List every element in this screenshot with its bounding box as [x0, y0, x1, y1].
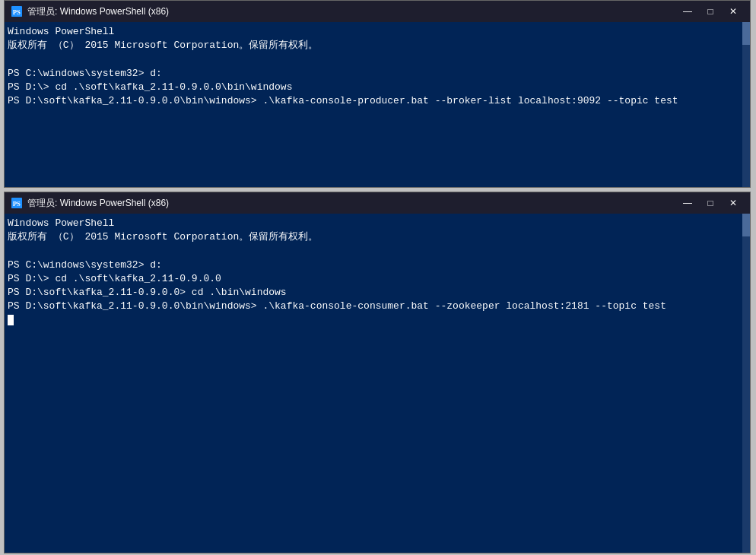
console-line-w2-1: 版权所有 （C） 2015 Microsoft Corporation。保留所有… [8, 230, 747, 244]
close-button-2[interactable]: ✕ [723, 195, 744, 211]
close-button-1[interactable]: ✕ [723, 4, 744, 19]
console-line-w2-6: PS D:\soft\kafka_2.11-0.9.0.0\bin\window… [8, 300, 747, 313]
powershell-window-2: PS 管理员: Windows PowerShell (x86) — □ ✕ W… [4, 192, 751, 553]
cursor-line [8, 313, 747, 327]
console-line-w2-5: PS D:\soft\kafka_2.11-0.9.0.0> cd .\bin\… [8, 286, 747, 300]
scrollbar-thumb-1 [742, 22, 750, 45]
titlebar-1: PS 管理员: Windows PowerShell (x86) — □ ✕ [5, 1, 750, 22]
console-line: Windows PowerShell版权所有 （C） 2015 Microsof… [8, 25, 747, 108]
powershell-window-1: PS 管理员: Windows PowerShell (x86) — □ ✕ W… [4, 0, 751, 188]
svg-text:PS: PS [13, 8, 21, 16]
titlebar-controls-1: — □ ✕ [677, 4, 744, 19]
console-line-w1-3: PS C:\windows\system32> d: [8, 67, 747, 81]
console-line-w2-3: PS C:\windows\system32> d: [8, 258, 747, 272]
console-line-w2-4: PS D:\> cd .\soft\kafka_2.11-0.9.0.0 [8, 272, 747, 286]
scrollbar-thumb-2 [742, 214, 750, 236]
console-line-w1-0: Windows PowerShell [8, 25, 747, 39]
powershell-icon-1: PS [11, 5, 23, 17]
titlebar-title-1: 管理员: Windows PowerShell (x86) [27, 5, 672, 18]
powershell-icon-2: PS [11, 197, 23, 209]
minimize-button-2[interactable]: — [677, 195, 698, 211]
console-area-2: Windows PowerShell版权所有 （C） 2015 Microsof… [5, 214, 750, 553]
titlebar-title-2: 管理员: Windows PowerShell (x86) [27, 197, 672, 210]
scrollbar-1[interactable] [742, 22, 750, 187]
console-line-w1-4: PS D:\> cd .\soft\kafka_2.11-0.9.0.0\bin… [8, 81, 747, 94]
minimize-button-1[interactable]: — [677, 4, 698, 19]
titlebar-controls-2: — □ ✕ [677, 195, 744, 211]
console-line-w2-2 [8, 244, 747, 258]
scrollbar-2[interactable] [742, 214, 750, 553]
console-line-w2-0: Windows PowerShell [8, 217, 747, 230]
svg-text:PS: PS [13, 200, 21, 208]
console-line-2: Windows PowerShell版权所有 （C） 2015 Microsof… [8, 217, 747, 328]
maximize-button-1[interactable]: □ [700, 4, 721, 19]
maximize-button-2[interactable]: □ [700, 195, 721, 211]
console-line-w1-5: PS D:\soft\kafka_2.11-0.9.0.0\bin\window… [8, 94, 747, 108]
cursor-blink [8, 315, 14, 325]
console-line-w1-1: 版权所有 （C） 2015 Microsoft Corporation。保留所有… [8, 39, 747, 52]
console-line-w1-2 [8, 52, 747, 66]
titlebar-2: PS 管理员: Windows PowerShell (x86) — □ ✕ [5, 192, 750, 214]
console-area-1: Windows PowerShell版权所有 （C） 2015 Microsof… [5, 22, 750, 187]
